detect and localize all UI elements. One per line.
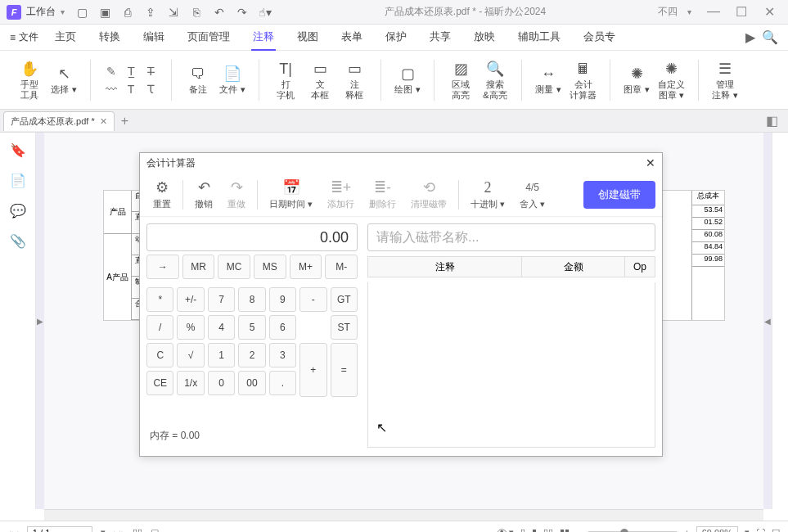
delline-button[interactable]: ≣-删除行 (362, 178, 403, 210)
calc-key--[interactable]: - (299, 287, 326, 312)
calc-key-1[interactable]: 1 (208, 343, 235, 367)
underline-t-icon[interactable]: T̲ (124, 64, 138, 79)
pages-icon[interactable]: 📄 (10, 173, 26, 188)
search-icon[interactable]: 🔍 (762, 29, 778, 45)
single-page-icon[interactable]: ▯ (520, 527, 525, 532)
calc-key-ST[interactable]: ST (331, 315, 358, 340)
redo-button[interactable]: ↷重做 (221, 178, 252, 210)
continuous-icon[interactable]: ▮ (532, 527, 537, 532)
datetime-button[interactable]: 📅日期时间 ▾ (263, 178, 319, 210)
addline-button[interactable]: ≣+添加行 (321, 178, 361, 210)
next-page-group[interactable]: › » (114, 528, 124, 533)
zoom-value[interactable]: 69.98% (696, 526, 738, 533)
calculator-titlebar[interactable]: 会计计算器 ✕ (140, 153, 662, 173)
calc-key-/[interactable]: / (146, 315, 173, 340)
calc-key-9[interactable]: 9 (269, 287, 296, 312)
calc-key-√[interactable]: √ (177, 343, 204, 367)
callout-button[interactable]: ▭注 释框 (341, 60, 367, 99)
panel-toggle-icon[interactable]: ◧ (766, 113, 778, 128)
share-icon[interactable]: ⇲ (166, 5, 181, 20)
calc-btn-mr[interactable]: MR (182, 255, 215, 279)
skin-label[interactable]: 不四 (658, 5, 678, 19)
calc-key-4[interactable]: 4 (208, 315, 235, 340)
calc-key-.[interactable]: . (269, 371, 296, 395)
tape-body[interactable] (367, 282, 655, 448)
round-button[interactable]: 4/5舍入 ▾ (513, 178, 552, 210)
measure-button[interactable]: ↔测量 ▾ (535, 60, 561, 99)
zoom-out-button[interactable]: − (576, 528, 581, 533)
left-flyout-handle[interactable]: ▶ (36, 133, 44, 509)
calc-key-+/-[interactable]: +/- (177, 287, 204, 312)
new-tab-button[interactable]: + (121, 114, 128, 128)
calc-key-GT[interactable]: GT (331, 287, 358, 312)
calculator-close-button[interactable]: ✕ (646, 156, 655, 169)
select-button[interactable]: ↖选择 ▾ (51, 60, 77, 99)
reset-button[interactable]: ⚙重置 (146, 178, 178, 210)
calc-key-00[interactable]: 00 (238, 371, 265, 395)
menu-tab-3[interactable]: 页面管理 (186, 25, 232, 51)
calc-key-5[interactable]: 5 (238, 315, 265, 340)
squiggly-icon[interactable]: 〰 (104, 82, 119, 97)
hand-tool-button[interactable]: ✋手型 工具 (16, 60, 43, 99)
typewriter-button[interactable]: T|打 字机 (272, 60, 299, 99)
underline-icon[interactable]: T (124, 82, 138, 97)
calc-btn-mc[interactable]: MC (218, 255, 250, 279)
calc-key-3[interactable]: 3 (269, 343, 296, 367)
menu-tab-10[interactable]: 辅助工具 (516, 25, 562, 51)
calc-key-8[interactable]: 8 (238, 287, 265, 312)
touch-icon[interactable]: ☝︎▾ (258, 5, 272, 20)
note-button[interactable]: 🗨备注 (185, 65, 211, 94)
skin-dropdown-icon[interactable]: ▾ (687, 7, 691, 16)
page-input[interactable] (27, 526, 92, 533)
horizontal-scrollbar[interactable] (44, 509, 763, 521)
calc-key-+[interactable]: + (299, 343, 326, 397)
document-tab[interactable]: 产品成本还原表.pdf * ✕ (3, 111, 115, 131)
minimize-button[interactable]: — (701, 4, 726, 20)
fullscreen-icon[interactable]: ⛶ (756, 528, 765, 533)
strike-t-icon[interactable]: T̶ (143, 64, 158, 79)
draw-button[interactable]: ▢绘图 ▾ (394, 65, 421, 94)
stamp-button[interactable]: ✺图章 ▾ (624, 60, 650, 99)
calc-key-CE[interactable]: CE (146, 371, 173, 395)
textbox-button[interactable]: ▭文 本框 (307, 60, 333, 99)
create-tape-button[interactable]: 创建磁带 (583, 181, 655, 209)
book-view-icon[interactable]: ▯▯ (133, 527, 142, 532)
calc-key-=[interactable]: = (331, 343, 358, 397)
menu-tab-0[interactable]: 主页 (53, 25, 78, 51)
file-attach-button[interactable]: 📄文件 ▾ (219, 65, 245, 94)
calc-btn-m+[interactable]: M+ (290, 255, 322, 279)
save-icon[interactable]: ▣ (97, 5, 112, 20)
attach-icon[interactable]: ⎘ (189, 5, 204, 20)
close-button[interactable]: ✕ (757, 4, 781, 20)
zoom-handle[interactable] (620, 529, 628, 533)
undo-button[interactable]: ↶撤销 (188, 178, 219, 210)
calc-key-2[interactable]: 2 (238, 343, 265, 367)
open-icon[interactable]: ▢ (74, 5, 89, 20)
calc-key-*[interactable]: * (146, 287, 173, 312)
calc-key-%[interactable]: % (177, 315, 204, 340)
cleartape-button[interactable]: ⟲清理磁带 (404, 178, 453, 210)
flip-icon[interactable]: ▢ (151, 527, 159, 532)
menu-tab-6[interactable]: 表单 (340, 25, 364, 51)
manage-annot-button[interactable]: ☰管理 注释 ▾ (712, 60, 738, 99)
prev-page-group[interactable]: « ‹ (8, 528, 19, 533)
calc-key-C[interactable]: C (146, 343, 173, 367)
menu-tab-7[interactable]: 保护 (384, 25, 408, 51)
decimal-button[interactable]: 2十进制 ▾ (464, 178, 511, 210)
calc-key-1/x[interactable]: 1/x (177, 371, 204, 395)
continuous-facing-icon[interactable]: ▮▮ (560, 527, 570, 532)
comments-icon[interactable]: 💬 (10, 203, 26, 219)
workbench-label[interactable]: 工作台 (26, 5, 56, 19)
menu-tab-2[interactable]: 编辑 (142, 25, 166, 51)
highlight-icon[interactable]: ✎ (104, 64, 119, 79)
calc-btn-m-[interactable]: M- (325, 255, 358, 279)
reading-mode-icon[interactable]: 👁 ▾ (498, 527, 514, 532)
bookmark-icon[interactable]: 🔖 (10, 142, 26, 158)
menu-tab-1[interactable]: 转换 (97, 25, 122, 51)
dropdown-icon[interactable]: ▾ (61, 7, 65, 16)
zoom-dropdown-icon[interactable]: ▾ (745, 527, 750, 532)
calc-button[interactable]: 🖩会计 计算器 (570, 60, 597, 99)
custom-stamp-button[interactable]: ✺自定义 图章 ▾ (658, 60, 685, 99)
tape-name-input[interactable]: 请输入磁带名称... (367, 223, 655, 251)
calc-btn-ms[interactable]: MS (254, 255, 286, 279)
